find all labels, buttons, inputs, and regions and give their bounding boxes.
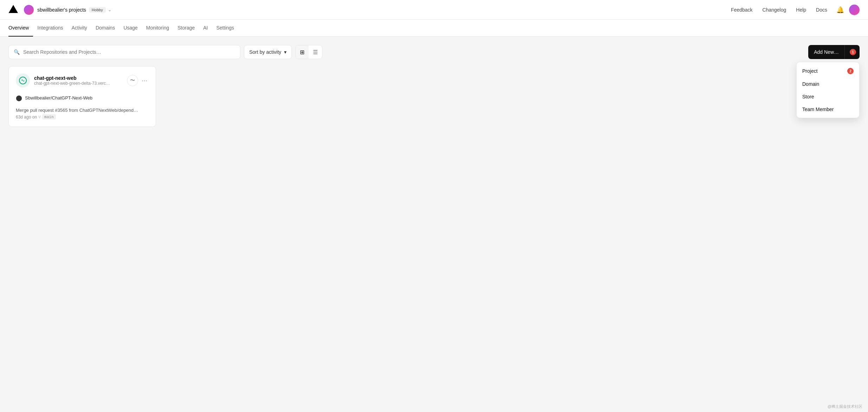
notifications-button[interactable]: 🔔 (833, 4, 848, 16)
github-icon: ⬤ (16, 95, 22, 101)
more-options-button[interactable]: ⋯ (140, 76, 149, 85)
dropdown-store-label: Store (802, 94, 814, 99)
commit-meta: 63d ago on ⑂ main (16, 114, 149, 120)
changelog-button[interactable]: Changelog (758, 5, 791, 15)
project-url: chat-gpt-next-web-green-delta-73.verc… (34, 81, 127, 86)
toolbar: 🔍 Sort by activity ▾ ⊞ ☰ Add New… 1 (8, 45, 860, 59)
main-content: 🔍 Sort by activity ▾ ⊞ ☰ Add New… 1 (0, 37, 868, 412)
project-title: chat-gpt-next-web (34, 75, 127, 81)
add-new-badge: 1 (850, 49, 856, 55)
nav-usage[interactable]: Usage (119, 20, 142, 37)
docs-button[interactable]: Docs (812, 5, 831, 15)
dropdown-item-project[interactable]: Project 2 (797, 64, 859, 78)
card-header: chat-gpt-next-web chat-gpt-next-web-gree… (16, 73, 149, 88)
nav-activity[interactable]: Activity (67, 20, 91, 37)
add-new-label: Add New… (814, 49, 839, 55)
add-new-button[interactable]: Add New… (808, 45, 844, 59)
hobby-badge: Hobby (89, 7, 106, 13)
search-box: 🔍 (8, 45, 240, 59)
project-name: sbwillbealier's projects (37, 7, 86, 13)
add-new-dropdown-button[interactable]: 1 (844, 45, 860, 59)
project-card: chat-gpt-next-web chat-gpt-next-web-gree… (8, 66, 156, 127)
feedback-button[interactable]: Feedback (727, 5, 757, 15)
help-button[interactable]: Help (792, 5, 810, 15)
view-toggle: ⊞ ☰ (295, 45, 322, 59)
commit-info: Merge pull request #3565 from ChatGPTNex… (16, 108, 149, 120)
add-new-container: Add New… 1 Project 2 Domain Store (808, 45, 860, 59)
dropdown-item-domain[interactable]: Domain (797, 78, 859, 90)
project-icon (16, 73, 30, 88)
top-nav: sbwillbealier's projects Hobby ⌄ Feedbac… (0, 0, 868, 20)
chevron-icon[interactable]: ⌄ (108, 7, 111, 12)
search-icon: 🔍 (14, 49, 20, 55)
vercel-logo (8, 5, 18, 15)
dropdown-domain-label: Domain (802, 81, 819, 87)
branch-icon: ⑂ (38, 115, 41, 120)
nav-right: Feedback Changelog Help Docs 🔔 (727, 4, 860, 16)
footer-text: @稀土掘金技术社区 (828, 404, 862, 409)
nav-overview[interactable]: Overview (8, 20, 33, 37)
sort-label: Sort by activity (249, 49, 281, 55)
project-avatar (24, 5, 34, 15)
branch-name: main (42, 114, 56, 120)
user-avatar[interactable] (849, 5, 860, 15)
nav-domains[interactable]: Domains (91, 20, 119, 37)
sort-chevron-icon: ▾ (284, 49, 287, 55)
nav-ai[interactable]: AI (199, 20, 212, 37)
analytics-icon: 〜 (130, 77, 135, 84)
analytics-button[interactable]: 〜 (127, 75, 138, 86)
grid-view-button[interactable]: ⊞ (296, 45, 309, 59)
repo-name: Sbwillbealier/ChatGPT-Next-Web (25, 95, 92, 101)
secondary-nav: Overview Integrations Activity Domains U… (0, 20, 868, 37)
commit-time: 63d ago on (16, 115, 37, 120)
dropdown-item-store[interactable]: Store (797, 90, 859, 103)
project-info: chat-gpt-next-web chat-gpt-next-web-gree… (34, 75, 127, 86)
dropdown-project-label: Project (802, 68, 818, 74)
dropdown-team-member-label: Team Member (802, 107, 834, 112)
repo-link: ⬤ Sbwillbealier/ChatGPT-Next-Web (16, 92, 149, 103)
search-input[interactable] (23, 49, 235, 55)
dropdown-menu: Project 2 Domain Store Team Member (796, 62, 860, 118)
nav-storage[interactable]: Storage (173, 20, 199, 37)
nav-integrations[interactable]: Integrations (33, 20, 67, 37)
commit-message: Merge pull request #3565 from ChatGPTNex… (16, 108, 149, 113)
nav-settings[interactable]: Settings (212, 20, 238, 37)
list-view-button[interactable]: ☰ (309, 45, 322, 59)
dropdown-project-badge: 2 (847, 68, 854, 74)
nav-monitoring[interactable]: Monitoring (142, 20, 173, 37)
card-actions: 〜 ⋯ (127, 75, 149, 86)
dropdown-item-team-member[interactable]: Team Member (797, 103, 859, 116)
add-new-wrapper: Add New… 1 (808, 45, 860, 59)
sort-button[interactable]: Sort by activity ▾ (244, 45, 292, 59)
